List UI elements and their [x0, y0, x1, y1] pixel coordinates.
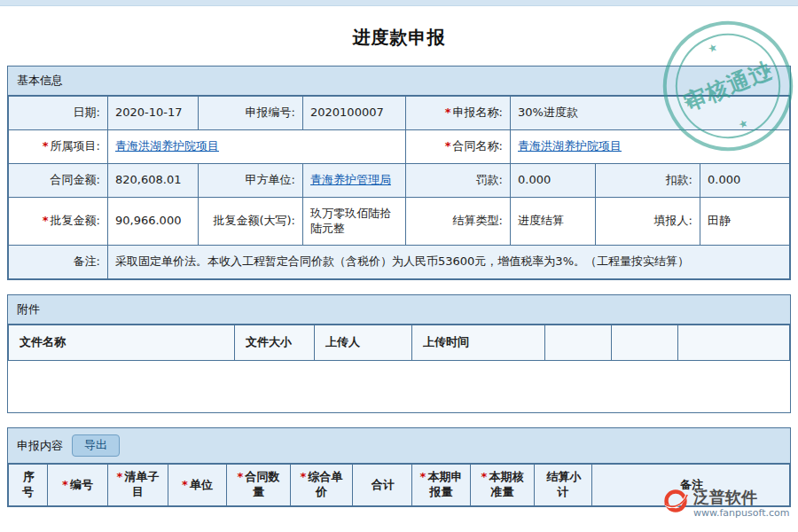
col-header-unit-price: *综合单价 — [291, 465, 353, 506]
decl-no-value: 2020100007 — [303, 97, 406, 130]
table-row: 备注: 采取固定单价法。本收入工程暂定合同价款（含税价）为人民币53600元，增… — [9, 246, 790, 279]
decl-no-label: 申报编号: — [199, 97, 303, 130]
basic-info-header: 基本信息 — [8, 66, 790, 96]
attachments-title: 附件 — [17, 301, 40, 317]
vendor-url[interactable]: www.fanpusoft.com — [693, 506, 789, 520]
export-button[interactable]: 导出 — [72, 434, 120, 457]
col-header-empty — [612, 325, 678, 361]
contract-name-value: 青海洪湖养护院项目 — [511, 129, 790, 163]
attachments-empty-body — [8, 361, 790, 412]
col-header-upload-time: 上传时间 — [412, 325, 545, 361]
deduction-label: 扣款: — [596, 163, 700, 197]
vendor-name: 泛普软件 — [693, 489, 789, 506]
col-header-code: *编号 — [48, 465, 108, 506]
settle-type-value: 进度结算 — [511, 197, 596, 246]
approved-amount-value: 90,966.000 — [108, 197, 199, 246]
approved-caps-value: 玖万零玖佰陆拾陆元整 — [303, 197, 406, 246]
reporter-value: 田静 — [700, 197, 790, 246]
approved-amount-label: *批复金额: — [9, 197, 108, 246]
col-header-contract-qty: *合同数量 — [227, 465, 291, 506]
col-header-settle-subtotal: 结算小计 — [535, 465, 592, 506]
reporter-label: 填报人: — [596, 197, 700, 246]
col-header-file-name: 文件名称 — [9, 325, 235, 361]
fanpu-logo-icon — [663, 489, 688, 516]
contract-link[interactable]: 青海洪湖养护院项目 — [518, 139, 622, 153]
remark-label: 备注: — [9, 246, 108, 279]
table-row: 日期: 2020-10-17 申报编号: 2020100007 *申报名称: 3… — [9, 97, 790, 130]
col-header-uploader: 上传人 — [315, 325, 412, 361]
declaration-content-title: 申报内容 — [17, 438, 63, 454]
top-strip — [0, 0, 798, 6]
col-header-empty — [678, 325, 790, 361]
settle-type-label: 结算类型: — [406, 197, 511, 246]
col-header-current-declared: *本期申报量 — [412, 465, 471, 506]
remark-value: 采取固定单价法。本收入工程暂定合同价款（含税价）为人民币53600元，增值税率为… — [108, 246, 790, 279]
decl-name-label: *申报名称: — [406, 97, 511, 130]
basic-info-table: 日期: 2020-10-17 申报编号: 2020100007 *申报名称: 3… — [8, 96, 790, 279]
attachments-table: 文件名称 文件大小 上传人 上传时间 — [8, 325, 790, 361]
table-row: 合同金额: 820,608.01 甲方单位: 青海养护管理局 罚款: 0.000… — [9, 163, 790, 197]
penalty-value: 0.000 — [511, 163, 596, 197]
table-row: *所属项目: 青海洪湖养护院项目 *合同名称: 青海洪湖养护院项目 — [9, 129, 790, 163]
table-row: 文件名称 文件大小 上传人 上传时间 — [9, 325, 790, 361]
col-header-list-item: *清单子目 — [108, 465, 168, 506]
deduction-value: 0.000 — [700, 163, 790, 197]
basic-info-title: 基本信息 — [17, 73, 63, 89]
contract-amount-value: 820,608.01 — [108, 163, 199, 197]
project-value: 青海洪湖养护院项目 — [108, 129, 406, 163]
attachments-section: 附件 文件名称 文件大小 上传人 上传时间 — [7, 294, 791, 413]
page-title: 进度款申报 — [0, 26, 798, 50]
project-label: *所属项目: — [9, 129, 108, 163]
col-header-empty — [545, 325, 612, 361]
penalty-label: 罚款: — [406, 163, 511, 197]
col-header-seq: 序号 — [9, 465, 48, 506]
decl-name-value: 30%进度款 — [511, 97, 790, 130]
approved-caps-label: 批复金额(大写): — [199, 197, 303, 246]
contract-name-label: *合同名称: — [406, 129, 511, 163]
date-label: 日期: — [9, 97, 108, 130]
table-row: *批复金额: 90,966.000 批复金额(大写): 玖万零玖佰陆拾陆元整 结… — [9, 197, 790, 246]
attachments-header: 附件 — [8, 295, 790, 325]
date-value: 2020-10-17 — [108, 97, 199, 130]
col-header-total: 合计 — [353, 465, 412, 506]
vendor-logo[interactable]: 泛普软件 www.fanpusoft.com — [663, 489, 789, 520]
party-a-value: 青海养护管理局 — [303, 163, 406, 197]
party-a-label: 甲方单位: — [199, 163, 303, 197]
contract-amount-label: 合同金额: — [9, 163, 108, 197]
basic-info-section: 基本信息 日期: 2020-10-17 申报编号: 2020100007 *申报… — [7, 66, 791, 280]
col-header-file-size: 文件大小 — [235, 325, 315, 361]
col-header-current-approved: *本期核准量 — [471, 465, 535, 506]
col-header-unit: *单位 — [168, 465, 227, 506]
party-a-link[interactable]: 青海养护管理局 — [310, 173, 391, 186]
project-link[interactable]: 青海洪湖养护院项目 — [115, 139, 219, 153]
declaration-content-header: 申报内容 导出 — [8, 428, 790, 464]
